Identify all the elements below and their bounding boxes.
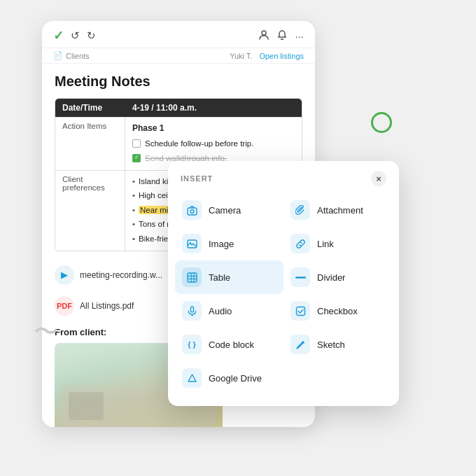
insert-item-image[interactable]: Image	[175, 227, 284, 260]
table-label: Table	[209, 272, 230, 283]
attachment-label: Attachment	[317, 205, 363, 216]
image-icon	[182, 234, 202, 253]
svg-rect-5	[188, 273, 197, 282]
modal-items-grid: Camera Attachment Image	[168, 193, 399, 395]
svg-rect-1	[188, 208, 197, 215]
insert-item-camera[interactable]: Camera	[175, 193, 284, 227]
toolbar-left: ✓ ↺ ↻	[53, 28, 96, 43]
google-drive-label: Google Drive	[209, 373, 262, 384]
breadcrumb-label[interactable]: Clients	[66, 52, 90, 60]
checkbox-empty[interactable]	[132, 139, 141, 148]
play-icon: ▶	[55, 265, 74, 285]
undo-icon[interactable]: ↺	[71, 29, 80, 42]
phase-label: Phase 1	[132, 122, 295, 135]
action-items-label: Action Items	[55, 118, 125, 170]
insert-item-checkbox[interactable]: Checkbox	[284, 294, 392, 328]
svg-point-0	[262, 31, 266, 35]
page-icon: 📄	[53, 51, 63, 60]
insert-item-table[interactable]: Table	[175, 260, 284, 294]
open-listings-link[interactable]: Open listings	[259, 52, 304, 60]
code-block-label: Code block	[209, 340, 254, 350]
squiggle-decoration: 〜	[34, 315, 59, 349]
insert-item-sketch[interactable]: Sketch	[284, 328, 392, 361]
user-icon[interactable]	[258, 29, 270, 43]
check-icon[interactable]: ✓	[53, 28, 64, 43]
breadcrumb-right: Yuki T. Open listings	[230, 52, 304, 60]
audio-icon	[182, 301, 202, 321]
divider-icon	[290, 267, 310, 287]
checklist-item-0[interactable]: Schedule follow-up before trip.	[132, 137, 295, 150]
checklist-text-0: Schedule follow-up before trip.	[145, 137, 253, 150]
modal-close-button[interactable]: ×	[371, 171, 386, 186]
breadcrumb-left: 📄 Clients	[53, 51, 90, 60]
document-title: Meeting Notes	[55, 74, 302, 90]
checkbox-checked[interactable]: ✓	[132, 154, 141, 162]
recording-name: meeting-recording.w...	[80, 270, 162, 280]
insert-item-link[interactable]: Link	[284, 227, 392, 260]
insert-item-attachment[interactable]: Attachment	[284, 193, 392, 227]
link-label: Link	[317, 239, 334, 249]
insert-item-audio[interactable]: Audio	[175, 294, 284, 328]
more-icon[interactable]: ···	[295, 30, 304, 42]
pdf-icon: PDF	[55, 296, 74, 316]
insert-modal: INSERT × Camera Attachment	[168, 161, 399, 406]
attachment-icon	[290, 200, 310, 220]
code-block-icon: { }	[182, 335, 202, 354]
divider-label: Divider	[317, 272, 345, 283]
modal-title: INSERT	[181, 174, 213, 183]
checkbox-label: Checkbox	[317, 306, 358, 316]
camera-icon	[182, 200, 202, 220]
checkbox-icon	[290, 301, 310, 321]
breadcrumb-bar: 📄 Clients Yuki T. Open listings	[42, 48, 315, 64]
google-drive-icon	[182, 368, 202, 388]
bell-icon[interactable]	[276, 29, 288, 43]
client-prefs-label: Client preferences	[55, 171, 125, 251]
datetime-header-row: Date/Time 4-19 / 11:00 a.m.	[55, 99, 302, 118]
pdf-name: All Listings.pdf	[80, 301, 134, 311]
modal-header: INSERT ×	[168, 161, 399, 193]
audio-label: Audio	[209, 306, 232, 316]
insert-item-google-drive[interactable]: Google Drive	[175, 361, 284, 395]
sketch-icon	[290, 335, 310, 354]
insert-item-divider[interactable]: Divider	[284, 260, 392, 294]
datetime-header-cell: Date/Time	[55, 99, 125, 117]
cursor-indicator	[371, 112, 392, 133]
image-label: Image	[209, 239, 234, 249]
svg-rect-11	[190, 307, 193, 312]
link-icon	[290, 234, 310, 253]
document-toolbar: ✓ ↺ ↻ ···	[42, 21, 315, 48]
svg-point-2	[190, 209, 194, 213]
camera-label: Camera	[209, 205, 241, 216]
datetime-value-cell: 4-19 / 11:00 a.m.	[125, 99, 302, 117]
insert-item-code-block[interactable]: { } Code block	[175, 328, 284, 361]
table-icon	[182, 267, 202, 287]
sketch-label: Sketch	[317, 340, 345, 350]
redo-icon[interactable]: ↻	[87, 29, 96, 42]
toolbar-right: ···	[258, 29, 304, 43]
user-name: Yuki T.	[230, 52, 252, 60]
